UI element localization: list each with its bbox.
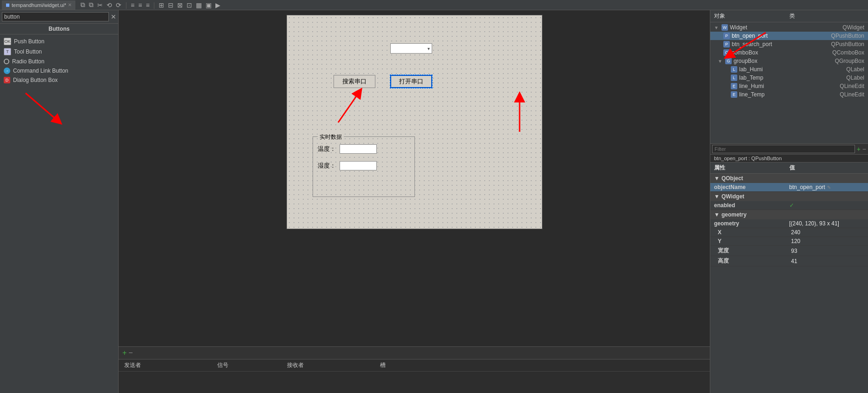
prop-col-name: 属性: [714, 164, 789, 172]
toolbar-icons: ⧉ ⧉ ✂ ⟲ ⟳ | ≡ ≡ ≡ | ⊞ ⊟ ⊠ ⊡ ▦ ▣ ▶: [79, 0, 222, 9]
widget-panel: ✕ Buttons OK Push Button T Tool Button R…: [0, 10, 119, 393]
prop-height-row[interactable]: 高度 41: [710, 256, 868, 266]
section-qwidget: ▼ QWidget: [710, 192, 868, 201]
tree-groupbox-name: groupBox: [734, 58, 833, 64]
search-input[interactable]: [2, 12, 109, 21]
toolbar-icon-7[interactable]: ≡: [137, 1, 143, 9]
prop-x-row[interactable]: X 240: [710, 228, 868, 237]
tree-item-lab-temp[interactable]: L lab_Temp QLabel: [710, 74, 868, 82]
tree-btn-open-name: btn_open_port: [732, 33, 829, 39]
tree-btn-search-class: QPushButton: [831, 41, 864, 47]
col-slot: 槽: [378, 360, 425, 370]
tree-item-combobox[interactable]: C comboBox QComboBox: [710, 48, 868, 57]
humi-label: 湿度：: [318, 162, 336, 170]
btn-search-port[interactable]: 搜索串口: [334, 75, 375, 88]
prop-objectname-row[interactable]: objectName btn_open_port ✎: [710, 183, 868, 192]
properties-panel: 对象 类 ▼ W Widget QWidget P btn_open_port …: [710, 10, 868, 393]
svg-line-1: [338, 92, 359, 122]
tree-line-temp-name: line_Temp: [739, 91, 838, 98]
prop-enabled-row[interactable]: enabled ✓: [710, 201, 868, 210]
tool-button-icon: T: [4, 48, 11, 55]
toolbar-icon-1[interactable]: ⧉: [79, 0, 87, 9]
line-temp-input[interactable]: [340, 144, 377, 154]
col-extra: [425, 360, 706, 370]
section-qwidget-label: QWidget: [721, 193, 744, 200]
prop-width-value: 93: [791, 247, 865, 255]
properties-filter-input[interactable]: [712, 145, 855, 153]
col-receiver: 接收者: [285, 360, 378, 370]
tree-line-temp-class: QLineEdit: [840, 91, 864, 98]
prop-enabled-key: enabled: [714, 202, 789, 209]
properties-sub-button[interactable]: −: [862, 145, 866, 153]
toolbar-sep2: |: [152, 1, 157, 9]
push-button-icon: OK: [4, 38, 11, 45]
tab-close-btn[interactable]: ✕: [68, 2, 72, 7]
tree-item-groupbox[interactable]: ▼ G groupBox QGroupBox: [710, 57, 868, 65]
section-qobject-label: QObject: [721, 175, 743, 182]
add-signal-button[interactable]: +: [122, 349, 127, 357]
widget-item-radio-button[interactable]: Radio Button: [0, 57, 118, 66]
properties-add-button[interactable]: +: [857, 145, 861, 153]
clear-search-button[interactable]: ✕: [111, 13, 116, 20]
expand-arrow-icon: ▼: [714, 25, 719, 30]
btn-open-port[interactable]: 打开串口: [390, 75, 432, 88]
toolbar-icon-12[interactable]: ⊡: [185, 1, 194, 9]
combo-arrow-icon: ▾: [427, 46, 430, 51]
toolbar-icon-10[interactable]: ⊟: [167, 1, 175, 9]
btn-open-label: 打开串口: [399, 77, 423, 86]
editor-tab[interactable]: ◼ tempandhumi/widget.ui* ✕: [2, 0, 75, 10]
toolbar-icon-9[interactable]: ⊞: [157, 1, 166, 9]
col-sender: 发送者: [122, 360, 215, 370]
prop-y-key: Y: [718, 238, 791, 244]
toolbar-icon-13[interactable]: ▦: [194, 1, 203, 9]
top-bar: ◼ tempandhumi/widget.ui* ✕ ⧉ ⧉ ✂ ⟲ ⟳ | ≡…: [0, 0, 868, 10]
groupbox-tree-icon: G: [725, 58, 732, 64]
prop-width-row[interactable]: 宽度 93: [710, 246, 868, 256]
tree-item-widget[interactable]: ▼ W Widget QWidget: [710, 23, 868, 32]
tree-groupbox-class: QGroupBox: [835, 58, 864, 64]
tree-item-btn-search[interactable]: P btn_search_port QPushButton: [710, 40, 868, 48]
toolbar-icon-3[interactable]: ✂: [96, 1, 104, 9]
remove-signal-button[interactable]: −: [128, 349, 133, 357]
tree-item-lab-humi[interactable]: L lab_Humi QLabel: [710, 65, 868, 74]
group-box-title: 实时数据: [318, 133, 344, 141]
widget-item-push-button[interactable]: OK Push Button: [0, 36, 118, 47]
prop-geometry-value: [(240, 120), 93 x 41]: [789, 220, 865, 227]
widget-item-dialog-button[interactable]: D Dialog Button Box: [0, 75, 118, 85]
properties-table: ▼ QObject objectName btn_open_port ✎ ▼ Q…: [710, 174, 868, 393]
design-canvas[interactable]: ▾ 搜索串口 打开串口 实时数据 温度：: [287, 15, 542, 229]
line-humi-input[interactable]: [340, 161, 377, 170]
toolbar-icon-14[interactable]: ▣: [204, 1, 213, 9]
line-humi-tree-icon: E: [731, 83, 737, 89]
widget-item-tool-button[interactable]: T Tool Button: [0, 47, 118, 57]
signal-toolbar: + −: [119, 347, 710, 359]
widget-item-command-link[interactable]: → Command Link Button: [0, 66, 118, 75]
radio-button-icon: [4, 59, 9, 64]
prop-y-row[interactable]: Y 120: [710, 237, 868, 246]
tree-btn-search-name: btn_search_port: [732, 41, 829, 47]
tree-col-object: 对象: [714, 12, 789, 20]
push-button-label: Push Button: [14, 38, 44, 45]
tree-item-line-temp[interactable]: E line_Temp QLineEdit: [710, 90, 868, 99]
combobox-widget[interactable]: ▾: [390, 43, 432, 54]
temp-row: 温度：: [318, 144, 414, 154]
object-tree-header: 对象 类: [710, 10, 868, 22]
toolbar-icon-2[interactable]: ⧉: [87, 0, 95, 9]
toolbar-icon-11[interactable]: ⊠: [176, 1, 184, 9]
tree-item-btn-open[interactable]: P btn_open_port QPushButton: [710, 32, 868, 40]
command-link-icon: →: [4, 68, 10, 74]
prop-geometry-row[interactable]: geometry [(240, 120), 93 x 41]: [710, 219, 868, 228]
prop-col-value: 值: [789, 164, 865, 172]
tree-lab-humi-name: lab_Humi: [739, 66, 844, 73]
toolbar-icon-6[interactable]: ≡: [129, 1, 136, 9]
toolbar-icon-4[interactable]: ⟲: [105, 1, 114, 9]
section-qobject-arrow: ▼: [714, 175, 720, 182]
tree-col-class: 类: [789, 12, 865, 20]
signal-header: 发送者 信号 接收者 槽: [119, 359, 710, 372]
toolbar-icon-8[interactable]: ≡: [144, 1, 151, 9]
section-geometry-arrow: ▼: [714, 211, 720, 218]
tree-item-line-humi[interactable]: E line_Humi QLineEdit: [710, 82, 868, 90]
toolbar-icon-15[interactable]: ▶: [214, 1, 222, 9]
prop-objectname-key: objectName: [714, 184, 789, 190]
toolbar-icon-5[interactable]: ⟳: [114, 1, 123, 9]
